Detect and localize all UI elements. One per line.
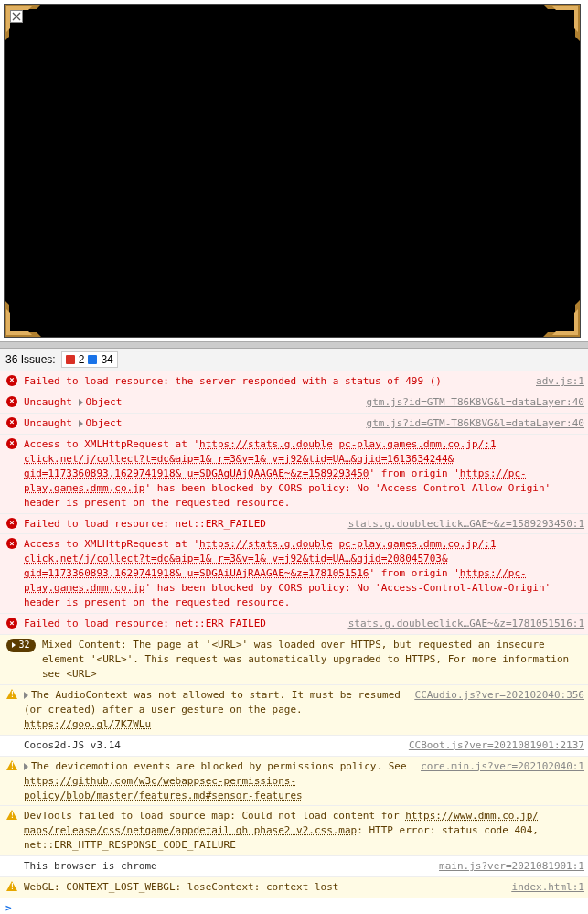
corner-ornament-br (543, 300, 580, 337)
console-row[interactable]: ×Failed to load resource: net::ERR_FAILE… (0, 614, 588, 635)
corner-ornament-tr (543, 5, 580, 41)
info-square-icon (88, 355, 97, 364)
error-icon: × (5, 617, 18, 629)
console-row[interactable]: ×Access to XMLHttpRequest at 'https://st… (0, 534, 588, 614)
console-source-link[interactable]: gtm.js?id=GTM-T86K8VG&l=dataLayer:40 (367, 395, 584, 410)
issues-counts[interactable]: 2 34 (61, 351, 118, 368)
console-prompt[interactable]: > (0, 898, 588, 914)
console-message: Failed to load resource: net::ERR_FAILED (24, 617, 343, 631)
console-source-link[interactable]: stats.g.doubleclick…GAE~&z=1589293450:1 (348, 517, 584, 532)
console-row[interactable]: WebGL: CONTEXT_LOST_WEBGL: loseContext: … (0, 877, 588, 898)
error-icon: × (5, 437, 18, 449)
warning-icon (5, 809, 18, 820)
console-row[interactable]: ×Failed to load resource: the server res… (0, 371, 588, 392)
no-icon (5, 738, 18, 739)
warning-icon (5, 880, 18, 891)
console-source-link[interactable]: CCBoot.js?ver=2021081901:2137 (409, 738, 584, 753)
error-icon: × (5, 537, 18, 549)
console-source-link[interactable]: index.html:1 (512, 880, 584, 895)
broken-image-icon (10, 10, 23, 23)
console-message: This browser is chrome (24, 859, 433, 874)
console-source-link[interactable]: adv.js:1 (536, 374, 584, 389)
console-row[interactable]: ×Uncaught Objectgtm.js?id=GTM-T86K8VG&l=… (0, 392, 588, 414)
console-message: Access to XMLHttpRequest at 'https://sta… (24, 537, 584, 610)
console-row[interactable]: ×Failed to load resource: net::ERR_FAILE… (0, 514, 588, 535)
console-source-link[interactable]: CCAudio.js?ver=202102040:356 (415, 688, 584, 703)
error-icon: × (5, 374, 18, 386)
error-icon: × (5, 517, 18, 529)
console-message: Access to XMLHttpRequest at 'https://sta… (24, 437, 584, 511)
warning-icon (5, 759, 18, 770)
corner-ornament-bl (5, 300, 41, 337)
console-message: The devicemotion events are blocked by p… (24, 759, 415, 803)
console-row[interactable]: The AudioContext was not allowed to star… (0, 685, 588, 736)
console-message: Failed to load resource: net::ERR_FAILED (24, 517, 343, 532)
console-source-link[interactable]: stats.g.doubleclick…GAE~&z=1781051516:1 (348, 617, 584, 631)
grouped-count-badge: 32 (5, 638, 37, 652)
console-row[interactable]: The devicemotion events are blocked by p… (0, 757, 588, 807)
console-message: Uncaught Object (24, 416, 361, 431)
console-log-list: ×Failed to load resource: the server res… (0, 371, 588, 898)
console-message: Failed to load resource: the server resp… (24, 374, 530, 389)
console-message: The AudioContext was not allowed to star… (24, 688, 410, 732)
console-message: Uncaught Object (24, 395, 361, 410)
console-message: Cocos2d-JS v3.14 (24, 738, 403, 753)
console-message: Mixed Content: The page at '<URL>' was l… (42, 638, 584, 682)
error-icon: × (5, 395, 18, 407)
error-icon: × (5, 416, 18, 428)
console-row[interactable]: ×Uncaught Objectgtm.js?id=GTM-T86K8VG&l=… (0, 414, 588, 435)
console-row[interactable]: Cocos2d-JS v3.14CCBoot.js?ver=2021081901… (0, 736, 588, 757)
console-row[interactable]: This browser is chromemain.js?ver=202108… (0, 856, 588, 877)
prompt-caret: > (5, 902, 12, 914)
console-source-link[interactable]: gtm.js?id=GTM-T86K8VG&l=dataLayer:40 (367, 416, 584, 431)
issues-summary-bar[interactable]: 36 Issues: 2 34 (0, 349, 588, 371)
devtools-divider[interactable] (0, 341, 588, 349)
console-row[interactable]: DevTools failed to load source map: Coul… (0, 806, 588, 856)
no-icon (5, 859, 18, 860)
console-source-link[interactable]: main.js?ver=2021081901:1 (439, 859, 584, 874)
console-row[interactable]: ×Access to XMLHttpRequest at 'https://st… (0, 435, 588, 514)
issues-label: 36 Issues: (5, 353, 56, 366)
console-row[interactable]: 32Mixed Content: The page at '<URL>' was… (0, 635, 588, 685)
info-count: 34 (101, 353, 112, 366)
game-canvas[interactable] (4, 4, 581, 338)
error-square-icon (66, 355, 75, 364)
console-message: WebGL: CONTEXT_LOST_WEBGL: loseContext: … (24, 880, 507, 895)
error-count: 2 (79, 353, 85, 366)
warning-icon (5, 688, 18, 699)
console-message: DevTools failed to load source map: Coul… (24, 809, 584, 853)
console-source-link[interactable]: core.min.js?ver=202102040:1 (421, 759, 584, 774)
